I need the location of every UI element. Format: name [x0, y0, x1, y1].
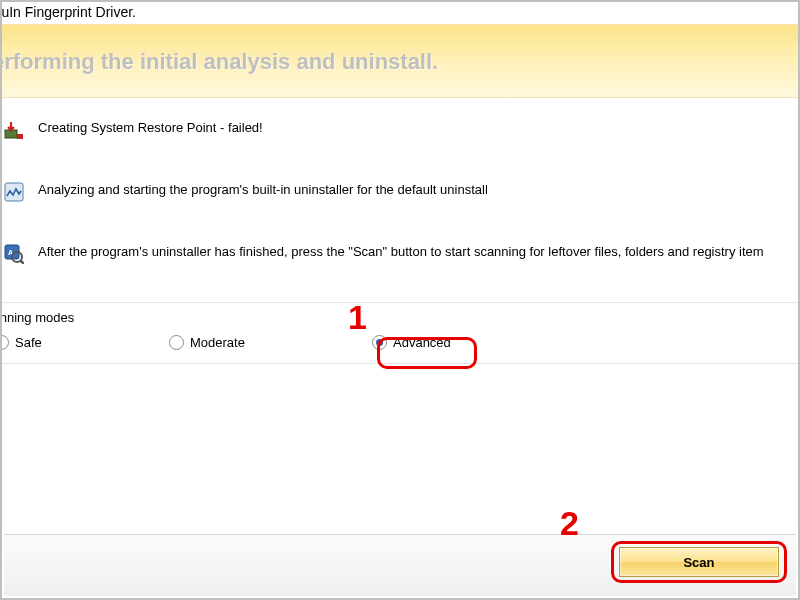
step-text: Creating System Restore Point - failed! [38, 120, 263, 135]
step-text: Analyzing and starting the program's bui… [38, 182, 488, 197]
analyze-icon [4, 182, 24, 202]
annotation-number-1: 1 [348, 298, 367, 337]
radio-icon [169, 335, 184, 350]
step-analyze: Analyzing and starting the program's bui… [0, 178, 798, 240]
svg-line-6 [20, 260, 24, 264]
annotation-number-2: 2 [560, 504, 579, 543]
radio-label: Safe [15, 335, 42, 350]
annotation-highlight-scan [611, 541, 787, 583]
partial-title-line: nstalling SecuIn Fingerprint Driver. [0, 2, 798, 24]
annotation-highlight-advanced [377, 337, 477, 369]
radio-moderate[interactable]: Moderate [169, 335, 364, 350]
radio-safe[interactable]: Safe [0, 335, 169, 350]
scanning-modes-label: canning modes [0, 310, 798, 325]
banner-title: erforming the initial analysis and unins… [0, 49, 788, 75]
radio-icon [0, 335, 9, 350]
step-scan-hint: A After the program's uninstaller has fi… [0, 240, 798, 302]
footer-bar: Scan [4, 534, 796, 596]
progress-steps: Creating System Restore Point - failed! … [2, 98, 798, 302]
svg-rect-1 [17, 134, 23, 139]
restore-point-icon [4, 120, 24, 140]
scan-leftovers-icon: A [4, 244, 24, 264]
step-text: After the program's uninstaller has fini… [38, 244, 764, 259]
radio-label: Moderate [190, 335, 245, 350]
scan-button-wrap: Scan [619, 547, 779, 577]
step-restore-point: Creating System Restore Point - failed! [0, 116, 798, 178]
status-banner: erforming the initial analysis and unins… [2, 24, 798, 98]
